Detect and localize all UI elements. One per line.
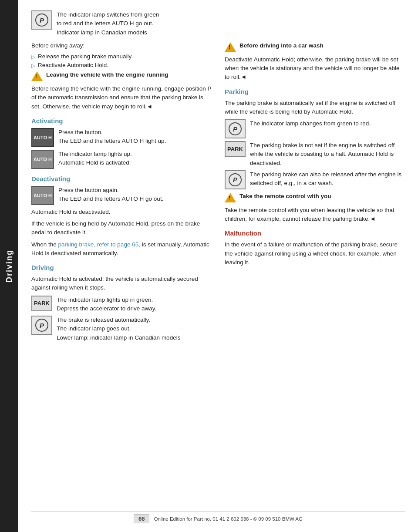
bullet-arrow-2: ▷ <box>31 63 35 69</box>
deact-step2: The LED and the letters AUTO H go out. <box>58 195 163 202</box>
top-icon-section: P The indicator lamp switches from green… <box>31 10 405 37</box>
top-line2: to red and the letters AUTO H go out. <box>57 19 405 28</box>
activating-icon-row-1: AUTO H Press the button. The LED and the… <box>31 128 212 147</box>
leaving-vehicle-label: Leaving the vehicle with the engine runn… <box>46 71 169 78</box>
page-number: 68 <box>134 514 149 523</box>
right-column: Before driving into a car wash Deactivat… <box>225 41 405 507</box>
deact-step3: Automatic Hold is deactivated. <box>31 208 212 216</box>
car-wash-warning: Before driving into a car wash <box>225 41 405 52</box>
activating-icon-row-2: AUTO H The indicator lamp lights up. Aut… <box>31 150 212 169</box>
car-wash-heading: Before driving into a car wash <box>239 42 324 49</box>
activating-step3: The indicator lamp lights up. <box>58 151 132 157</box>
parking-step2-text: The parking brake is not set if the engi… <box>250 141 405 168</box>
two-col-layout: Before driving away: ▷ Release the parki… <box>31 41 405 507</box>
deact-icon-label: AUTO H <box>34 193 52 198</box>
before-driving-heading: Before driving away: <box>31 41 212 50</box>
parking-step1-text: The indicator lamp changes from green to… <box>250 119 405 128</box>
driving-step4: The indicator lamp goes out. <box>57 325 131 332</box>
driving-circle-text: The brake is released automatically. The… <box>57 316 212 342</box>
parking-step2: The parking brake is not set if the engi… <box>250 142 394 166</box>
p-circle-icon-top: P <box>31 10 52 30</box>
parking-body: The parking brake is automatically set i… <box>225 99 405 117</box>
content-area: P The indicator lamp switches from green… <box>18 0 418 532</box>
malfunction-body: In the event of a failure or malfunction… <box>225 240 405 267</box>
parking-heading: Parking <box>225 88 405 95</box>
deact-step5: When the parking brake, refer to page 65… <box>31 240 212 258</box>
park-icon-parking: PARK <box>225 141 246 157</box>
car-wash-body: Deactivate Automatic Hold; otherwise, th… <box>225 55 405 82</box>
parking-park-row: PARK The parking brake is not set if the… <box>225 141 405 168</box>
remote-body: Take the remote control with you when le… <box>225 206 405 224</box>
autoh-indicator-box: AUTO H <box>31 150 54 169</box>
car-wash-warning-text: Before driving into a car wash <box>239 41 405 50</box>
leaving-vehicle-warning: Leaving the vehicle with the engine runn… <box>31 71 212 81</box>
remote-warning: Take the remote control with you <box>225 192 405 202</box>
autoh-label-1: AUTO H <box>34 135 52 140</box>
top-line1: The indicator lamp switches from green <box>57 10 405 19</box>
malfunction-heading: Malfunction <box>225 229 405 237</box>
parking-circle-row-1: P The indicator lamp changes from green … <box>225 119 405 138</box>
autoh-label-2: AUTO H <box>34 157 52 162</box>
autoh-button-inactive: AUTO H <box>31 186 54 205</box>
parking-circle-row-2: P The parking brake can also be released… <box>225 170 405 189</box>
remote-warning-heading: Take the remote control with you <box>239 193 331 199</box>
activating-heading: Activating <box>31 117 212 125</box>
p-circle-parking-1: P <box>225 119 246 138</box>
parking-step3-text: The parking brake can also be released a… <box>250 170 405 188</box>
bullet-release: ▷ Release the parking brake manually. <box>31 53 212 60</box>
top-line3: Indicator lamp in Canadian models <box>57 28 405 37</box>
p-circle-driving: P <box>31 316 52 335</box>
warning-triangle-carwash <box>225 42 236 52</box>
driving-park-row: PARK The indicator lamp lights up in gre… <box>31 296 212 313</box>
deactivating-icon-row: AUTO H Press the button again. The LED a… <box>31 186 212 205</box>
deactivating-heading: Deactivating <box>31 175 212 182</box>
left-column: Before driving away: ▷ Release the parki… <box>31 41 212 507</box>
activating-step4: Automatic Hold is activated. <box>58 159 131 166</box>
park-icon-label: PARK <box>34 300 50 306</box>
bullet-arrow-1: ▷ <box>31 54 35 60</box>
sidebar-label: Driving <box>5 249 14 283</box>
activating-step3-text: The indicator lamp lights up. Automatic … <box>58 150 212 168</box>
parking-brake-link[interactable]: parking brake, refer to page 65, <box>58 241 140 248</box>
leaving-vehicle-body: Before leaving the vehicle with the engi… <box>31 84 212 111</box>
warning-triangle-1 <box>31 71 43 81</box>
activating-step2: The LED and the letters AUTO H light up. <box>58 138 166 144</box>
driving-step2: Depress the accelerator to drive away. <box>57 305 156 312</box>
top-text-block: The indicator lamp switches from green t… <box>57 10 405 37</box>
activating-step1: Press the button. <box>58 129 103 135</box>
park-label-parking: PARK <box>227 146 243 152</box>
parking-step1: The indicator lamp changes from green to… <box>250 120 371 127</box>
warning-triangle-remote <box>225 193 236 202</box>
driving-park-text: The indicator lamp lights up in green. D… <box>57 296 212 313</box>
footer-text: Online Edition for Part no. 01 41 2 602 … <box>154 516 303 522</box>
park-icon-driving: PARK <box>31 296 52 311</box>
driving-heading: Driving <box>31 264 212 271</box>
bullet-text-2: Reactivate Automatic Hold. <box>38 62 108 68</box>
bullet-reactivate: ▷ Reactivate Automatic Hold. <box>31 62 212 69</box>
activating-step1-text: Press the button. The LED and the letter… <box>58 128 212 146</box>
footer: 68 Online Edition for Part no. 01 41 2 6… <box>31 511 405 523</box>
deactivating-steps-text: Press the button again. The LED and the … <box>58 186 212 204</box>
driving-step5: Lower lamp: indicator lamp in Canadian m… <box>57 334 180 341</box>
page-container: Driving P The indicator lamp switches fr… <box>0 0 418 532</box>
driving-body: Automatic Hold is activated: the vehicle… <box>31 275 212 293</box>
driving-step3: The brake is released automatically. <box>57 317 150 323</box>
autoh-button-active: AUTO H <box>31 128 54 147</box>
deact-step5-pre: When the <box>31 241 58 248</box>
sidebar: Driving <box>0 0 18 532</box>
bullet-text-1: Release the parking brake manually. <box>38 53 133 60</box>
deact-step4: If the vehicle is being held by Automati… <box>31 219 212 237</box>
deact-step1: Press the button again. <box>58 187 119 193</box>
p-circle-parking-2: P <box>225 170 246 189</box>
driving-step1: The indicator lamp lights up in green. <box>57 296 153 303</box>
leaving-vehicle-text: Leaving the vehicle with the engine runn… <box>46 71 212 79</box>
driving-circle-row: P The brake is released automatically. T… <box>31 316 212 342</box>
parking-step3: The parking brake can also be released a… <box>250 171 401 186</box>
remote-warning-text: Take the remote control with you <box>239 192 405 201</box>
